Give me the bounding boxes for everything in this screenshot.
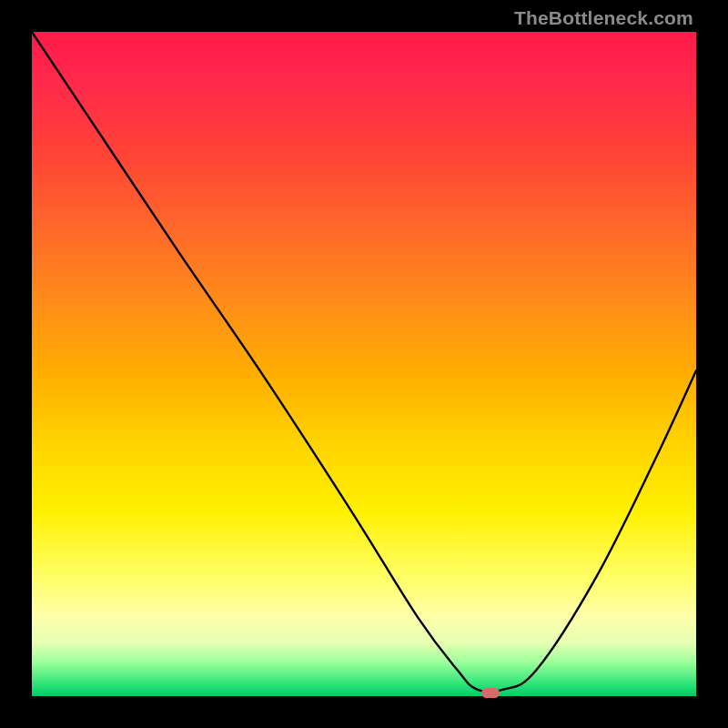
bottleneck-curve [32,32,696,696]
chart-frame: TheBottleneck.com [0,0,728,728]
plot-area [32,32,696,696]
watermark-text: TheBottleneck.com [514,7,693,29]
optimal-marker [481,688,500,698]
